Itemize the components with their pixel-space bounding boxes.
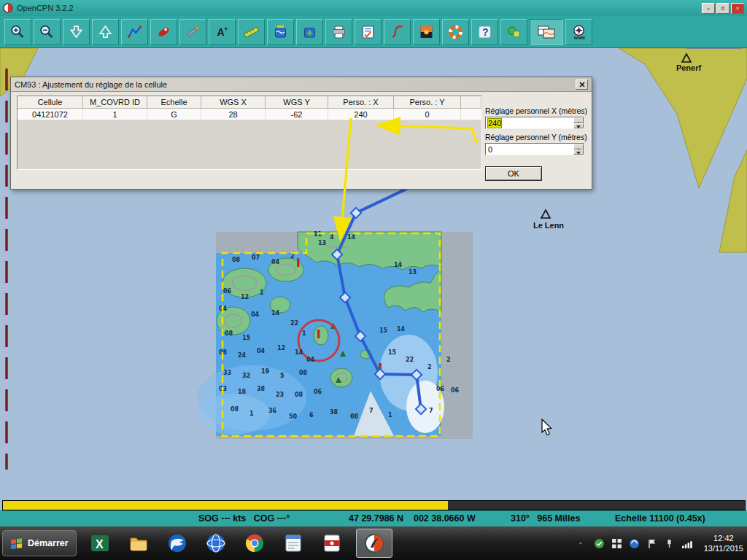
taskbar-app-marble-globe[interactable] (201, 529, 231, 558)
text-editor-icon (283, 533, 303, 553)
svg-text:13: 13 (409, 269, 417, 276)
svg-text:WMM: WMM (574, 36, 585, 40)
maximize-icon (721, 5, 724, 12)
cell-scale: G (147, 109, 201, 120)
table-row[interactable]: 04121072 1 G 28 -62 240 0 (18, 109, 481, 120)
cell-table[interactable]: Cellule M_COVRD ID Echelle WGS X WGS Y P… (17, 96, 482, 170)
svg-text:08: 08 (295, 392, 303, 398)
toolbar-button-help[interactable]: ? (471, 19, 498, 45)
start-button[interactable]: Démarrer (2, 530, 77, 556)
main-toolbar: A+ ? WMM (0, 16, 747, 48)
svg-text:08: 08 (232, 257, 241, 263)
svg-text:+: + (224, 26, 228, 33)
ruler-icon (243, 23, 260, 42)
currents-icon (301, 23, 318, 42)
toolbar-button-measure[interactable] (238, 19, 265, 45)
toolbar-button-toggle-track[interactable] (384, 19, 411, 45)
column-header[interactable]: M_COVRD ID (83, 96, 147, 109)
toolbar-button-grib-plugin[interactable] (500, 19, 527, 45)
power-tray-icon[interactable] (664, 538, 675, 549)
toolbar-button-color-scheme[interactable] (413, 19, 440, 45)
quick-launch: X (85, 529, 392, 558)
dialog-close-button[interactable] (576, 79, 588, 90)
taskbar-app-thunderbird[interactable] (163, 529, 192, 558)
toolbar-button-cm93-offset-plugin[interactable] (530, 19, 563, 45)
svg-text:22: 22 (290, 320, 298, 327)
toolbar-button-mob[interactable] (442, 19, 469, 45)
antivirus-tray-icon[interactable] (594, 538, 605, 549)
toolbar-button-tides[interactable] (267, 19, 294, 45)
svg-text:08: 08 (299, 370, 308, 376)
svg-text:15: 15 (379, 327, 388, 334)
toolbar-button-scale-up[interactable] (92, 19, 119, 45)
toolbar-button-options[interactable] (179, 19, 206, 45)
signal-tray-icon[interactable] (681, 538, 693, 549)
route-manager-icon (360, 23, 376, 42)
toolbar-button-enc-text[interactable]: A+ (209, 19, 236, 45)
flag-tray-icon[interactable] (646, 538, 657, 549)
column-header[interactable]: WGS Y (266, 96, 328, 109)
svg-text:12: 12 (241, 294, 249, 300)
toolbar-button-wmm-plugin[interactable]: WMM (565, 19, 592, 45)
column-header[interactable]: Echelle (147, 96, 201, 109)
svg-text:04: 04 (271, 259, 280, 265)
toolbar-button-route-manager[interactable] (355, 19, 382, 45)
column-header[interactable]: WGS X (201, 96, 266, 109)
maximize-button[interactable] (716, 3, 729, 14)
svg-text:08: 08 (225, 330, 233, 337)
cm93-offset-dialog: CM93 : Ajustement du réglage de la cellu… (10, 77, 592, 190)
cell-filler (461, 109, 481, 120)
offset-y-spin-up[interactable] (573, 144, 584, 149)
le-lenn-label: Le Lenn (533, 221, 564, 230)
progress-fill (3, 501, 448, 510)
offset-y-spin-down[interactable] (573, 149, 584, 155)
taskbar-app-file-explorer[interactable] (124, 529, 153, 558)
grid-tray-icon[interactable] (611, 538, 622, 549)
svg-text:1: 1 (302, 330, 306, 337)
toolbar-button-zoom-out[interactable] (34, 19, 61, 45)
svg-text:08: 08 (231, 406, 239, 413)
toolbar-button-scale-down[interactable] (63, 19, 90, 45)
svg-text:04: 04 (257, 348, 266, 354)
globe-icon (206, 533, 226, 553)
column-header[interactable]: Perso. : X (328, 96, 394, 109)
window-titlebar[interactable]: OpenCPN 3.2.2 (0, 0, 747, 16)
tray-expand-button[interactable] (574, 534, 587, 552)
offset-x-spin-down[interactable] (573, 123, 584, 129)
close-button[interactable] (731, 3, 744, 14)
column-header[interactable]: Cellule (18, 96, 83, 109)
offset-panel: Réglage personnel X (mètres) 240 Réglage… (485, 106, 589, 159)
offset-x-label: Réglage personnel X (mètres) (485, 106, 589, 115)
status-bar: SOG --- kts COG ---° 47 29.7986 N 002 38… (0, 510, 747, 527)
zoom-out-icon (39, 23, 55, 42)
chevron-up-icon (578, 538, 583, 548)
taskbar-app-pdf-reader[interactable] (317, 529, 347, 558)
toolbar-button-auto-follow[interactable] (150, 19, 177, 45)
close-icon (736, 5, 739, 12)
network-tray-icon[interactable] (629, 538, 640, 549)
svg-text:7: 7 (369, 408, 374, 414)
taskbar-app-text-editor[interactable] (279, 529, 308, 558)
taskbar-app-opencpn[interactable] (356, 529, 392, 558)
taskbar-app-excel[interactable]: X (85, 529, 115, 558)
toolbar-button-zoom-in[interactable] (4, 19, 31, 45)
status-position: 47 29.7986 N 002 38.0660 W (349, 513, 476, 524)
track-icon (389, 23, 406, 42)
svg-text:33: 33 (223, 370, 231, 376)
grib-icon (506, 23, 522, 42)
offset-x-input[interactable]: 240 (485, 117, 584, 129)
column-header[interactable]: Perso. : Y (394, 96, 461, 109)
toolbar-button-currents[interactable] (296, 19, 323, 45)
dialog-titlebar[interactable]: CM93 : Ajustement du réglage de la cellu… (11, 77, 592, 92)
cm93-chart-icon (536, 23, 557, 42)
taskbar-clock[interactable]: 12:42 13/11/2015 (704, 533, 743, 554)
ok-button[interactable]: OK (485, 166, 542, 181)
minimize-button[interactable] (702, 3, 715, 14)
cell-mcovrd: 1 (83, 109, 147, 120)
offset-y-input[interactable]: 0 (485, 143, 584, 155)
taskbar-app-chrome[interactable] (240, 529, 269, 558)
offset-x-spin-up[interactable] (573, 117, 584, 123)
svg-text:?: ? (482, 26, 489, 38)
toolbar-button-create-route[interactable] (121, 19, 148, 45)
toolbar-button-print[interactable] (325, 19, 352, 45)
